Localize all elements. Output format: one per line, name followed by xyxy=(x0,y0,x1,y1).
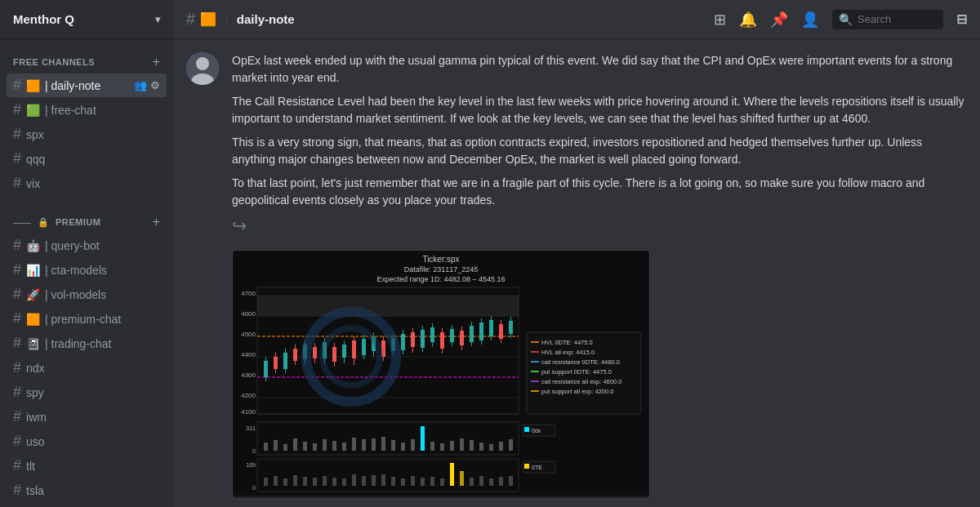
channel-emoji: 🚀 xyxy=(26,288,40,301)
svg-rect-128 xyxy=(293,475,297,486)
free-section-header: FREE CHANNELS + xyxy=(7,52,167,72)
svg-text:call resistance all exp: 4600.: call resistance all exp: 4600.0 xyxy=(541,378,621,385)
channel-emoji: 📊 xyxy=(26,264,40,277)
svg-text:4500: 4500 xyxy=(241,331,256,338)
channel-name-label: | cta-models xyxy=(45,264,160,277)
svg-rect-109 xyxy=(421,426,425,451)
hash-icon: # xyxy=(13,408,21,425)
svg-rect-149 xyxy=(499,477,503,486)
svg-rect-152 xyxy=(524,464,529,469)
sidebar-item-vol-models[interactable]: # 🚀 | vol-models xyxy=(7,282,167,306)
channel-name-label: spx xyxy=(26,128,160,141)
add-members-icon[interactable]: ⊞ xyxy=(714,11,726,29)
svg-text:put support all exp: 4200.0: put support all exp: 4200.0 xyxy=(541,388,613,395)
svg-rect-141 xyxy=(421,478,425,486)
topbar-channel-info: # 🟧 | daily-note xyxy=(186,10,707,29)
free-channels-section: FREE CHANNELS + # 🟧 | daily-note 👥 ⚙ # 🟩… xyxy=(0,39,173,199)
svg-rect-113 xyxy=(460,438,464,451)
settings-icon[interactable]: ⚙ xyxy=(150,79,160,91)
search-input[interactable] xyxy=(858,13,931,25)
chat-area: OpEx last week ended up with the usual g… xyxy=(173,39,980,507)
svg-text:0dx: 0dx xyxy=(532,428,541,434)
more-options-icon[interactable]: ⊟ xyxy=(956,11,967,27)
svg-rect-147 xyxy=(479,476,483,486)
sidebar-item-vix[interactable]: # vix xyxy=(7,171,167,195)
svg-rect-148 xyxy=(489,478,493,486)
channel-name-label: spy xyxy=(26,386,160,399)
members-list-icon[interactable]: 👤 xyxy=(801,11,819,29)
chevron-down-icon: ▾ xyxy=(155,14,160,25)
hash-icon: # xyxy=(13,126,21,143)
hash-icon: # xyxy=(13,433,21,450)
svg-rect-131 xyxy=(323,476,327,486)
sidebar-item-daily-note[interactable]: # 🟧 | daily-note 👥 ⚙ xyxy=(7,73,167,97)
svg-rect-126 xyxy=(274,476,278,486)
sidebar-item-spx[interactable]: # spx xyxy=(7,122,167,146)
svg-rect-143 xyxy=(440,478,444,486)
svg-rect-106 xyxy=(391,440,395,451)
add-premium-channel-button[interactable]: + xyxy=(153,216,160,229)
svg-rect-135 xyxy=(362,476,366,486)
svg-rect-97 xyxy=(303,442,307,451)
message-block: OpEx last week ended up with the usual g… xyxy=(232,52,967,507)
notification-bell-icon[interactable]: 🔔 xyxy=(739,11,757,29)
svg-rect-101 xyxy=(342,443,346,451)
channel-name-label: tsla xyxy=(26,484,160,497)
sidebar-item-tlt[interactable]: # tlt xyxy=(7,454,167,478)
svg-rect-117 xyxy=(499,442,503,451)
server-header[interactable]: Menthor Q ▾ xyxy=(0,0,173,39)
pin-icon[interactable]: 📌 xyxy=(770,11,788,29)
sidebar-item-spy[interactable]: # spy xyxy=(7,380,167,404)
pipe-separator: | xyxy=(225,11,229,28)
svg-text:0: 0 xyxy=(252,485,256,491)
sidebar-item-ndx[interactable]: # ndx xyxy=(7,356,167,380)
svg-text:put support 0DTE: 4475.0: put support 0DTE: 4475.0 xyxy=(541,368,612,376)
svg-rect-115 xyxy=(479,443,483,451)
svg-rect-127 xyxy=(283,478,287,486)
add-free-channel-button[interactable]: + xyxy=(153,56,160,69)
svg-rect-136 xyxy=(372,475,376,486)
svg-text:Datafile: 231117_2245: Datafile: 231117_2245 xyxy=(404,265,479,274)
sidebar-item-query-bot[interactable]: # 🤖 | query-bot xyxy=(7,233,167,257)
channel-name-label: uso xyxy=(26,435,160,448)
svg-text:311: 311 xyxy=(246,425,256,431)
channel-name-label: vix xyxy=(26,177,160,190)
hash-icon: # xyxy=(13,457,21,474)
hash-icon: # xyxy=(13,286,21,303)
svg-text:0: 0 xyxy=(252,448,256,454)
svg-rect-111 xyxy=(440,443,444,451)
svg-rect-139 xyxy=(401,478,405,486)
chart-svg: Ticker:spx Datafile: 231117_2245 Expecte… xyxy=(233,251,649,496)
svg-rect-129 xyxy=(303,477,307,486)
main-content: # 🟧 | daily-note ⊞ 🔔 📌 👤 🔍 ⊟ xyxy=(173,0,980,507)
search-box[interactable]: 🔍 xyxy=(832,10,943,29)
sidebar-item-cta-models[interactable]: # 📊 | cta-models xyxy=(7,258,167,282)
svg-text:HVL all exp: 4415.0: HVL all exp: 4415.0 xyxy=(541,349,595,356)
channel-name-label: | premium-chat xyxy=(45,313,160,326)
members-icon[interactable]: 👥 xyxy=(134,79,147,91)
svg-point-1 xyxy=(196,57,209,70)
svg-rect-114 xyxy=(470,440,474,451)
sidebar-item-qqq[interactable]: # qqq xyxy=(7,147,167,171)
svg-text:0TE: 0TE xyxy=(532,465,542,470)
message-content: OpEx last week ended up with the usual g… xyxy=(232,52,967,507)
sidebar-item-tsla[interactable]: # tsla xyxy=(7,478,167,502)
sidebar-item-iwm[interactable]: # iwm xyxy=(7,405,167,429)
svg-text:4200: 4200 xyxy=(241,392,256,399)
svg-rect-133 xyxy=(342,478,346,486)
reply-arrow-icon: ↪ xyxy=(232,216,247,237)
svg-text:169: 169 xyxy=(246,462,256,468)
svg-rect-104 xyxy=(372,438,376,451)
svg-rect-102 xyxy=(352,438,356,451)
sidebar-item-uso[interactable]: # uso xyxy=(7,429,167,453)
svg-rect-116 xyxy=(489,444,493,451)
svg-text:4300: 4300 xyxy=(241,371,256,379)
svg-rect-103 xyxy=(362,439,366,451)
message-paragraph-1: OpEx last week ended up with the usual g… xyxy=(232,52,967,87)
sidebar-item-premium-chat[interactable]: # 🟧 | premium-chat xyxy=(7,307,167,331)
svg-rect-100 xyxy=(332,441,336,451)
sidebar-item-free-chat[interactable]: # 🟩 | free-chat xyxy=(7,98,167,122)
channel-emoji: 🟧 xyxy=(26,313,40,326)
sidebar-item-trading-chat[interactable]: # 📓 | trading-chat xyxy=(7,331,167,355)
svg-rect-150 xyxy=(509,476,513,486)
